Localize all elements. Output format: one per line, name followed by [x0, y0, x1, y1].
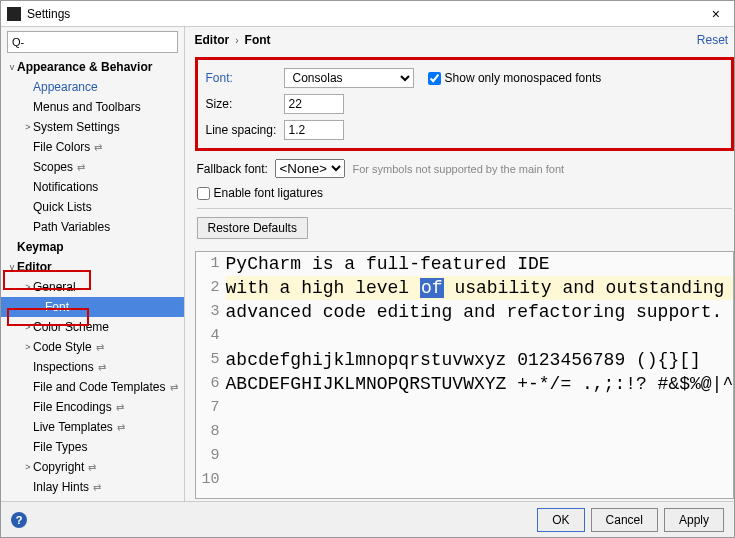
sync-icon: ⇄: [117, 422, 125, 433]
sidebar-item-font[interactable]: Font: [1, 297, 184, 317]
size-label: Size:: [206, 97, 284, 111]
chevron-icon: >: [23, 322, 33, 332]
sidebar-item-editor[interactable]: vEditor: [1, 257, 184, 277]
sidebar-item-label: Live Templates: [33, 420, 113, 434]
show-monospaced-checkbox[interactable]: [428, 72, 441, 85]
search-input[interactable]: [7, 31, 178, 53]
sidebar-item-label: Copyright: [33, 460, 84, 474]
sidebar-item-copyright[interactable]: >Copyright⇄: [1, 457, 184, 477]
sidebar-item-label: System Settings: [33, 120, 120, 134]
sidebar-item-general[interactable]: >General: [1, 277, 184, 297]
chevron-right-icon: ›: [235, 35, 238, 46]
sidebar-item-inspections[interactable]: Inspections⇄: [1, 357, 184, 377]
sidebar-item-label: File Colors: [33, 140, 90, 154]
crumb-editor[interactable]: Editor: [195, 33, 230, 47]
font-select[interactable]: Consolas: [284, 68, 414, 88]
sync-icon: ⇄: [116, 402, 124, 413]
sidebar-item-live-templates[interactable]: Live Templates⇄: [1, 417, 184, 437]
sync-icon: ⇄: [94, 142, 102, 153]
sidebar-item-label: Code Style: [33, 340, 92, 354]
chevron-icon: >: [23, 462, 33, 472]
sync-icon: ⇄: [170, 382, 178, 393]
close-icon[interactable]: ×: [704, 6, 728, 22]
sidebar-item-label: File and Code Templates: [33, 380, 166, 394]
crumb-font: Font: [245, 33, 271, 47]
breadcrumb: Editor › Font Reset: [185, 27, 735, 53]
sidebar-item-label: Inspections: [33, 360, 94, 374]
font-label[interactable]: Font:: [206, 71, 284, 85]
sidebar-item-notifications[interactable]: Notifications: [1, 177, 184, 197]
settings-tree[interactable]: vAppearance & BehaviorAppearanceMenus an…: [1, 57, 184, 501]
sidebar-item-label: Scopes: [33, 160, 73, 174]
window-title: Settings: [27, 7, 704, 21]
sidebar-item-label: Appearance: [33, 80, 98, 94]
show-monospaced-label: Show only monospaced fonts: [445, 71, 602, 85]
restore-defaults-button[interactable]: Restore Defaults: [197, 217, 308, 239]
content-pane: Editor › Font Reset Font: Consolas Show …: [185, 27, 735, 501]
sidebar-item-label: Keymap: [17, 240, 64, 254]
sidebar-item-file-colors[interactable]: File Colors⇄: [1, 137, 184, 157]
sidebar-item-label: File Types: [33, 440, 87, 454]
size-input[interactable]: [284, 94, 344, 114]
sidebar-item-file-types[interactable]: File Types: [1, 437, 184, 457]
sidebar-item-label: Path Variables: [33, 220, 110, 234]
font-preview: 1PyCharm is a full-featured IDE 2with a …: [195, 251, 735, 499]
sidebar-item-label: Emmet: [33, 500, 71, 501]
cancel-button[interactable]: Cancel: [591, 508, 658, 532]
sidebar-item-appearance-behavior[interactable]: vAppearance & Behavior: [1, 57, 184, 77]
sidebar-item-label: File Encodings: [33, 400, 112, 414]
sidebar-item-label: Quick Lists: [33, 200, 92, 214]
sidebar-item-path-variables[interactable]: Path Variables: [1, 217, 184, 237]
sidebar-item-label: Menus and Toolbars: [33, 100, 141, 114]
sidebar-item-label: General: [33, 280, 76, 294]
ligatures-checkbox[interactable]: [197, 187, 210, 200]
chevron-icon: >: [23, 342, 33, 352]
chevron-icon: v: [7, 262, 17, 272]
fallback-hint: For symbols not supported by the main fo…: [353, 163, 565, 175]
sidebar: vAppearance & BehaviorAppearanceMenus an…: [1, 27, 185, 501]
reset-link[interactable]: Reset: [697, 33, 734, 47]
fallback-select[interactable]: <None>: [275, 159, 345, 178]
sync-icon: ⇄: [96, 342, 104, 353]
sidebar-item-code-style[interactable]: >Code Style⇄: [1, 337, 184, 357]
sidebar-item-file-encodings[interactable]: File Encodings⇄: [1, 397, 184, 417]
search-container: [1, 27, 184, 57]
chevron-icon: >: [23, 122, 33, 132]
ligatures-label: Enable font ligatures: [214, 186, 323, 200]
sidebar-item-scopes[interactable]: Scopes⇄: [1, 157, 184, 177]
ok-button[interactable]: OK: [537, 508, 584, 532]
sidebar-item-quick-lists[interactable]: Quick Lists: [1, 197, 184, 217]
sidebar-item-label: Appearance & Behavior: [17, 60, 152, 74]
apply-button[interactable]: Apply: [664, 508, 724, 532]
sidebar-item-label: Notifications: [33, 180, 98, 194]
highlight-form: Font: Consolas Show only monospaced font…: [195, 57, 735, 151]
sync-icon: ⇄: [98, 362, 106, 373]
sidebar-item-system-settings[interactable]: >System Settings: [1, 117, 184, 137]
sidebar-item-file-and-code-templates[interactable]: File and Code Templates⇄: [1, 377, 184, 397]
sidebar-item-color-scheme[interactable]: >Color Scheme: [1, 317, 184, 337]
linespacing-label: Line spacing:: [206, 123, 284, 137]
sidebar-item-label: Color Scheme: [33, 320, 109, 334]
fallback-label: Fallback font:: [197, 162, 275, 176]
sync-icon: ⇄: [88, 462, 96, 473]
sync-icon: ⇄: [93, 482, 101, 493]
titlebar: Settings ×: [1, 1, 734, 27]
sidebar-item-keymap[interactable]: Keymap: [1, 237, 184, 257]
sync-icon: ⇄: [77, 162, 85, 173]
chevron-icon: >: [23, 282, 33, 292]
sidebar-item-appearance[interactable]: Appearance: [1, 77, 184, 97]
sidebar-item-emmet[interactable]: Emmet: [1, 497, 184, 501]
help-icon[interactable]: ?: [11, 512, 27, 528]
divider: [197, 208, 733, 209]
sidebar-item-inlay-hints[interactable]: Inlay Hints⇄: [1, 477, 184, 497]
sidebar-item-menus-and-toolbars[interactable]: Menus and Toolbars: [1, 97, 184, 117]
sidebar-item-label: Editor: [17, 260, 52, 274]
chevron-icon: v: [7, 62, 17, 72]
sidebar-item-label: Inlay Hints: [33, 480, 89, 494]
app-icon: [7, 7, 21, 21]
dialog-footer: ? OK Cancel Apply: [1, 501, 734, 537]
linespacing-input[interactable]: [284, 120, 344, 140]
sidebar-item-label: Font: [45, 300, 69, 314]
